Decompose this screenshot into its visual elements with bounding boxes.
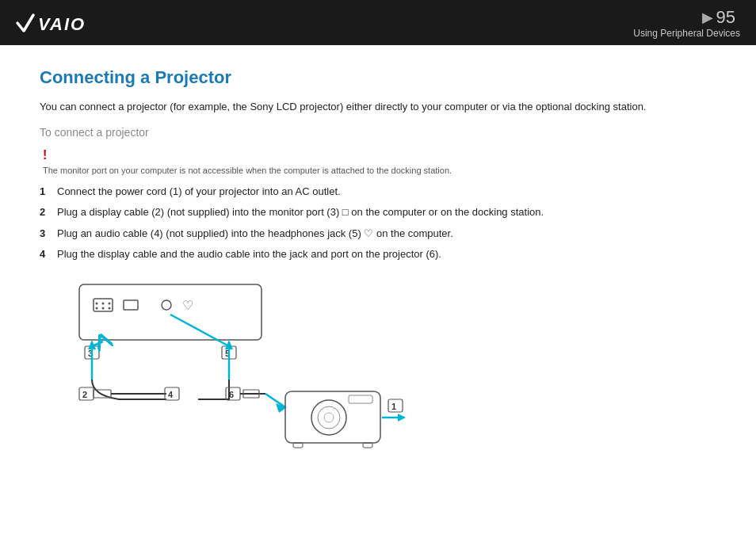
connection-diagram: ♡ 3 5 [40, 277, 436, 451]
svg-text:1: 1 [391, 402, 396, 411]
step-2: 2 Plug a display cable (2) (not supplied… [40, 204, 716, 220]
svg-text:6: 6 [229, 390, 234, 399]
svg-text:♡: ♡ [182, 299, 193, 312]
svg-line-18 [170, 315, 229, 346]
vaio-logo-svg: VAIO [13, 9, 84, 37]
step-3-num: 3 [40, 226, 57, 242]
svg-point-36 [318, 406, 340, 429]
vaio-logo-container: VAIO [13, 9, 84, 37]
svg-rect-1 [79, 284, 262, 340]
page-number: 95 [716, 7, 735, 27]
svg-text:VAIO: VAIO [38, 14, 84, 34]
sub-heading: To connect a projector [40, 126, 716, 139]
svg-rect-34 [285, 391, 380, 443]
step-3-text: Plug an audio cable (4) (not supplied) i… [57, 226, 716, 242]
step-1-text: Connect the power cord (1) of your proje… [57, 184, 716, 200]
svg-rect-9 [124, 300, 138, 310]
warning-exclamation: ! [43, 148, 716, 162]
step-2-text: Plug a display cable (2) (not supplied) … [57, 204, 716, 220]
svg-marker-42 [398, 414, 406, 421]
svg-line-32 [265, 394, 285, 407]
svg-point-10 [162, 300, 171, 310]
step-2-num: 2 [40, 204, 57, 220]
svg-point-6 [96, 307, 98, 309]
svg-text:2: 2 [82, 390, 87, 399]
page-content: Connecting a Projector You can connect a… [0, 45, 756, 467]
step-1: 1 Connect the power cord (1) of your pro… [40, 184, 716, 200]
svg-point-8 [109, 307, 111, 309]
svg-rect-39 [293, 443, 303, 448]
step-4-text: Plug the display cable and the audio cab… [57, 246, 716, 262]
step-1-num: 1 [40, 184, 57, 200]
diagram: ♡ 3 5 [40, 277, 716, 451]
header-section-title: Using Peripheral Devices [633, 28, 740, 39]
step-4: 4 Plug the display cable and the audio c… [40, 246, 716, 262]
page-header: VAIO ▶ 95 Using Peripheral Devices [0, 0, 756, 45]
step-3: 3 Plug an audio cable (4) (not supplied)… [40, 226, 716, 242]
svg-rect-40 [363, 443, 372, 448]
svg-point-7 [102, 307, 105, 309]
svg-point-4 [102, 302, 105, 304]
steps-list: 1 Connect the power cord (1) of your pro… [40, 184, 716, 262]
svg-point-35 [311, 400, 346, 435]
section-title: Connecting a Projector [40, 67, 716, 88]
warning-text: The monitor port on your computer is not… [43, 166, 452, 175]
svg-point-3 [96, 302, 98, 304]
step-4-num: 4 [40, 246, 57, 262]
svg-point-37 [324, 413, 334, 422]
svg-text:4: 4 [168, 390, 174, 399]
header-right: ▶ 95 Using Peripheral Devices [633, 7, 740, 39]
svg-rect-38 [349, 395, 372, 403]
intro-paragraph: You can connect a projector (for example… [40, 99, 716, 115]
svg-point-5 [109, 302, 111, 304]
warning-block: ! The monitor port on your computer is n… [40, 148, 716, 176]
svg-rect-2 [94, 299, 113, 311]
